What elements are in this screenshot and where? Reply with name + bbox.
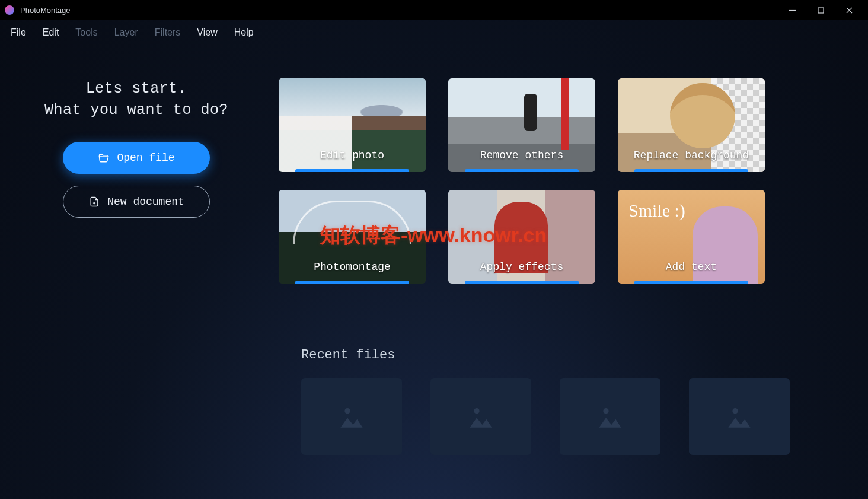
new-document-label: New document (107, 196, 184, 208)
card-label: Remove others (448, 150, 595, 161)
card-label: Replace background (618, 150, 765, 161)
menu-filters: Filters (148, 24, 188, 42)
folder-open-icon (98, 152, 110, 164)
start-heading: Lets start. What you want to do? (24, 78, 249, 122)
menu-file[interactable]: File (4, 24, 33, 42)
close-icon (846, 7, 853, 14)
heading-line-2: What you want to do? (24, 100, 249, 121)
open-file-button[interactable]: Open file (63, 142, 210, 174)
overlay-sample-text: Smile :) (628, 201, 685, 221)
card-accent-bar (465, 169, 579, 172)
recent-placeholder[interactable] (689, 378, 790, 455)
close-button[interactable] (835, 0, 863, 20)
menu-edit[interactable]: Edit (36, 24, 66, 42)
image-placeholder-icon (593, 400, 627, 433)
menu-view[interactable]: View (190, 24, 224, 42)
svg-point-2 (474, 408, 479, 414)
image-placeholder-icon (723, 400, 756, 433)
maximize-button[interactable] (806, 0, 835, 20)
menu-layer: Layer (107, 24, 145, 42)
card-label: Photomontage (279, 261, 426, 273)
recent-placeholder[interactable] (430, 378, 531, 455)
action-cards: Edit photo Remove others Replace backgro… (279, 78, 765, 284)
card-accent-bar (634, 169, 748, 172)
menu-help[interactable]: Help (227, 24, 261, 42)
card-accent-bar (465, 281, 579, 284)
recent-placeholder[interactable] (560, 378, 660, 455)
image-placeholder-icon (464, 400, 497, 433)
card-accent-bar (634, 281, 748, 284)
card-label: Edit photo (279, 150, 426, 161)
card-label: Add text (618, 261, 765, 273)
menu-tools: Tools (68, 24, 104, 42)
recent-files-title: Recent files (301, 348, 790, 363)
svg-point-1 (344, 408, 350, 414)
start-panel: Lets start. What you want to do? Open fi… (24, 78, 249, 284)
card-replace-background[interactable]: Replace background (618, 78, 765, 172)
vertical-divider (266, 87, 266, 297)
card-accent-bar (295, 169, 409, 172)
recent-files-section: Recent files (301, 348, 790, 455)
svg-point-4 (732, 408, 738, 414)
menu-bar: File Edit Tools Layer Filters View Help (0, 20, 868, 45)
card-apply-effects[interactable]: Apply effects (448, 190, 595, 284)
app-icon (5, 5, 14, 15)
card-photomontage[interactable]: Photomontage (279, 190, 426, 284)
card-remove-others[interactable]: Remove others (448, 78, 595, 172)
image-placeholder-icon (335, 400, 368, 433)
card-edit-photo[interactable]: Edit photo (279, 78, 426, 172)
card-label: Apply effects (448, 261, 595, 273)
recent-thumbnails (301, 378, 790, 455)
new-document-button[interactable]: New document (63, 186, 210, 218)
card-accent-bar (295, 281, 409, 284)
maximize-icon (818, 7, 824, 14)
title-bar: PhotoMontage (0, 0, 868, 20)
heading-line-1: Lets start. (24, 78, 249, 100)
open-file-label: Open file (117, 152, 174, 164)
file-plus-icon (88, 196, 100, 208)
minimize-icon (789, 7, 796, 14)
app-title: PhotoMontage (20, 6, 71, 15)
minimize-button[interactable] (778, 0, 806, 20)
card-add-text[interactable]: Smile :) Add text (618, 190, 765, 284)
svg-rect-0 (818, 8, 824, 13)
svg-point-3 (603, 408, 608, 414)
recent-placeholder[interactable] (301, 378, 402, 455)
